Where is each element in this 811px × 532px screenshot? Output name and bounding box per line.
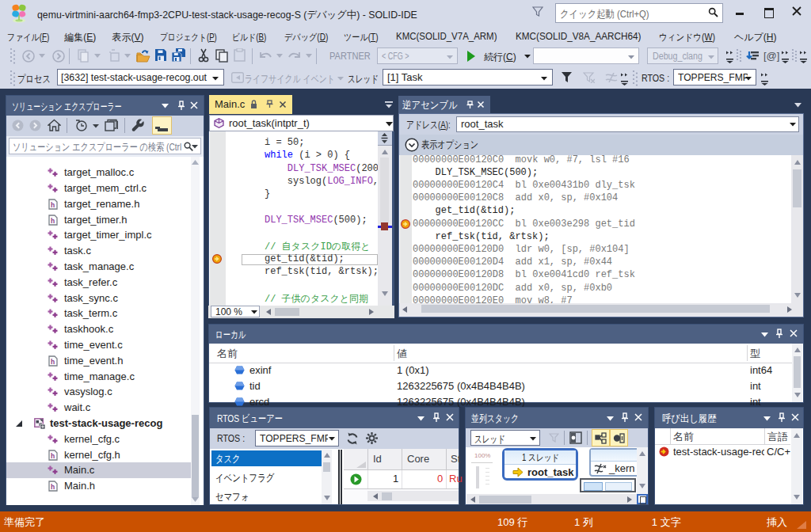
- svg-text:h: h: [51, 216, 55, 224]
- svg-text:h: h: [51, 483, 55, 491]
- svg-text:h: h: [51, 357, 55, 365]
- svg-text:h: h: [51, 451, 55, 459]
- svg-text:h: h: [51, 200, 55, 208]
